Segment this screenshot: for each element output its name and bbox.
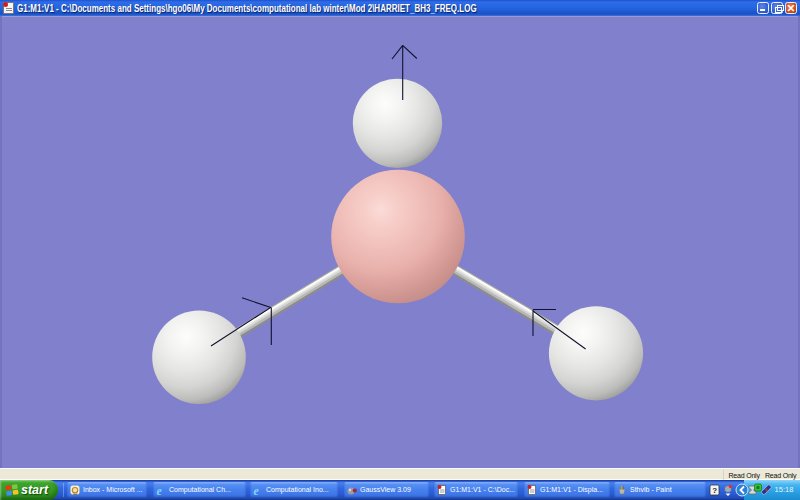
svg-text:?: ?	[712, 486, 717, 495]
svg-text:e: e	[254, 485, 260, 495]
svg-text:e: e	[157, 485, 163, 495]
